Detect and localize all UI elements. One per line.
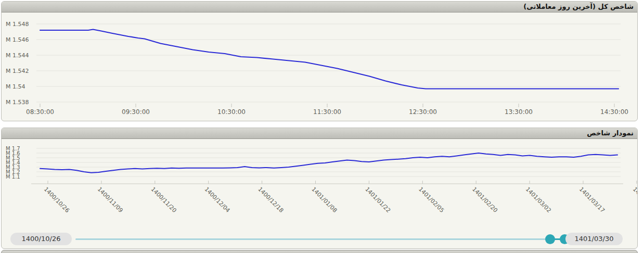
y-tick-label: M 1.538 [6,99,29,106]
x-tick-label: 12:30:00 [409,108,437,116]
x-tick-label: 08:30:00 [26,108,54,116]
history-index-panel: نمودار شاخص M 1.7M 1.6M 1.5M 1.4M 1.3M 1… [1,128,638,249]
x-tick-label: 1400/11/20 [150,186,178,214]
collapsed-panel-header[interactable] [1,250,638,253]
y-tick-label: M 1.1 [6,174,20,180]
intraday-index-panel: شاخص کل (آخرین روز معاملاتی) M 1.548M 1.… [1,1,638,121]
y-tick-label: M 1.542 [6,68,29,74]
x-tick-label: 09:30:00 [122,108,150,116]
x-tick-label: 1401/01/22 [364,186,392,214]
x-tick-label: 14:30:00 [600,108,628,116]
history-index-chart: M 1.7M 1.6M 1.5M 1.4M 1.3M 1.2M 1.11400/… [2,139,637,232]
x-tick-label: 10:30:00 [217,108,246,116]
y-tick-label: M 1.54 [6,83,25,90]
x-tick-label: 1401/01/08 [310,186,338,214]
intraday-index-chart: M 1.548M 1.546M 1.544M 1.542M 1.54M 1.53… [2,12,637,121]
y-tick-label: M 1.548 [6,21,29,28]
history-panel-header[interactable]: نمودار شاخص [2,128,637,139]
series-line [40,30,619,89]
x-tick-label: 1401/03/30 [632,186,637,214]
x-tick-label: 11:30:00 [313,108,341,116]
slider-handle-left[interactable] [545,234,555,244]
history-panel-title: نمودار شاخص [587,128,634,138]
date-range-slider-track[interactable] [75,238,564,240]
x-tick-label: 1401/02/20 [471,186,499,214]
x-tick-label: 1401/03/02 [524,186,552,214]
x-tick-label: 1400/11/09 [96,186,124,214]
y-tick-label: M 1.544 [6,52,29,59]
x-tick-label: 1401/03/17 [578,186,606,214]
x-tick-label: 1400/12/04 [203,186,231,214]
x-tick-label: 13:30:00 [505,108,533,116]
x-tick-label: 1400/10/26 [43,186,71,214]
intraday-panel-header[interactable]: شاخص کل (آخرین روز معاملاتی) [2,2,637,12]
range-end-pill: 1401/03/30 [565,233,623,245]
x-tick-label: 1400/12/18 [256,186,285,214]
y-tick-label: M 1.546 [6,36,29,43]
intraday-panel-title: شاخص کل (آخرین روز معاملاتی) [523,2,634,12]
x-tick-label: 1401/02/05 [417,186,445,214]
index-charts-page: شاخص کل (آخرین روز معاملاتی) M 1.548M 1.… [0,0,644,253]
range-start-pill: 1400/10/26 [10,233,72,245]
series-line [40,153,617,173]
